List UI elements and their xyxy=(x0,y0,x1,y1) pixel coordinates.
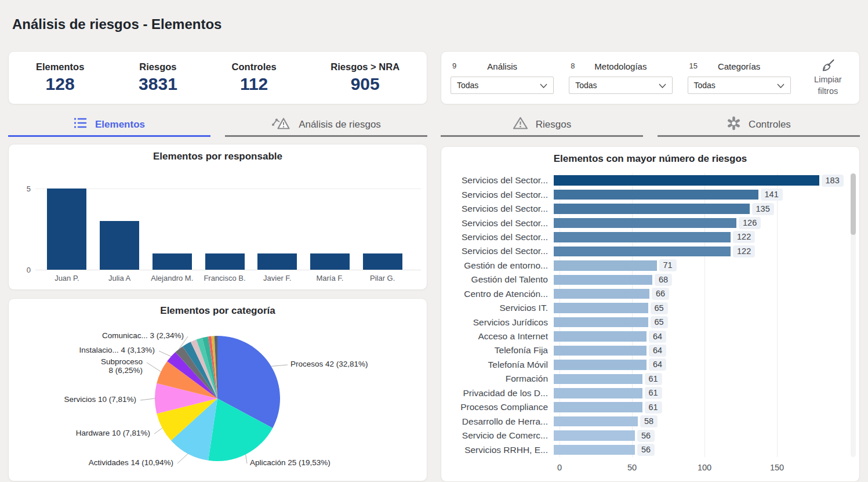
pie-callout-label: Comunicac... 3 (2,34%) xyxy=(102,331,184,340)
bar-column xyxy=(198,189,251,270)
riesgos-bar[interactable] xyxy=(554,232,731,242)
filter-metodologias: 8 Metodologías Todas xyxy=(569,61,672,94)
hbar-category-label: Telefonía Fija xyxy=(448,345,554,356)
kpi-value: 128 xyxy=(36,74,84,94)
riesgos-bar[interactable] xyxy=(554,360,647,370)
pie-chart xyxy=(9,299,428,482)
hbar-cell: 61 xyxy=(554,400,854,414)
bar-value-label: 64 xyxy=(649,345,666,357)
riesgos-bar[interactable] xyxy=(554,247,731,257)
riesgos-bar[interactable] xyxy=(554,289,649,299)
asterisk-gear-icon xyxy=(727,116,741,133)
tab-elementos[interactable]: Elementos xyxy=(8,114,210,137)
filter-categorias: 15 Categorías Todas xyxy=(688,61,791,94)
hbar-row: Gestión de entorno...71 xyxy=(448,259,854,273)
responsable-bar[interactable] xyxy=(152,253,192,270)
hbar-row: Servicios RRHH, E...56 xyxy=(448,443,854,456)
filter-label: Categorías xyxy=(688,61,791,71)
riesgos-bar[interactable] xyxy=(554,175,819,186)
pie-leader-line xyxy=(140,398,155,400)
scrollbar-thumb[interactable] xyxy=(851,173,856,235)
hbar-category-label: Gestión de entorno... xyxy=(448,260,554,271)
kpi-value: 112 xyxy=(232,74,277,94)
riesgos-bar[interactable] xyxy=(554,303,648,313)
hbar-category-label: Servicios del Sector... xyxy=(448,175,554,186)
tab-strip-left: Elementos Análisis de riesgos xyxy=(8,114,427,137)
metodologias-dropdown[interactable]: Todas xyxy=(569,77,672,94)
x-axis-tick: 0 xyxy=(557,463,562,472)
hbar-cell: 64 xyxy=(554,329,854,343)
y-axis-tick: 0 xyxy=(17,266,31,274)
riesgos-bar[interactable] xyxy=(554,374,642,385)
bar-value-label: 61 xyxy=(645,387,662,399)
hbar-cell: 65 xyxy=(554,315,854,329)
hbar-cell: 122 xyxy=(554,244,854,258)
hbar-cell: 64 xyxy=(554,358,854,372)
riesgos-bar[interactable] xyxy=(554,218,736,229)
vertical-scrollbar[interactable] xyxy=(851,173,856,457)
dropdown-value: Todas xyxy=(575,81,597,90)
filter-count: 9 xyxy=(452,61,456,70)
hbar-cell: 68 xyxy=(554,273,854,287)
riesgos-bar[interactable] xyxy=(554,190,758,200)
filter-label: Análisis xyxy=(451,61,554,71)
clear-filters-label: Limpiar filtros xyxy=(814,75,842,96)
riesgos-bar[interactable] xyxy=(554,430,635,441)
riesgos-bar[interactable] xyxy=(554,346,647,356)
riesgos-bar[interactable] xyxy=(554,331,647,342)
riesgos-bar[interactable] xyxy=(554,275,652,285)
riesgos-bar[interactable] xyxy=(554,317,648,328)
elementos-con-mayor-riesgos-chart: Elementos con mayor número de riesgos Se… xyxy=(441,146,860,482)
hbar-category-label: Gestión del Talento xyxy=(448,274,554,285)
hbar-cell: 56 xyxy=(554,443,854,456)
responsable-bar[interactable] xyxy=(310,253,350,270)
hbar-category-label: Servicios del Sector... xyxy=(448,232,554,242)
tab-controles[interactable]: Controles xyxy=(658,114,860,137)
riesgos-bar[interactable] xyxy=(554,445,635,455)
hbar-row: Formación61 xyxy=(448,372,854,386)
clear-filters-button[interactable]: Limpiar filtros xyxy=(806,59,850,97)
y-axis-tick: 5 xyxy=(17,184,31,193)
riesgos-bar[interactable] xyxy=(554,260,657,271)
responsable-bar[interactable] xyxy=(363,253,402,270)
riesgos-bar[interactable] xyxy=(554,204,750,214)
hbar-cell: 66 xyxy=(554,287,854,301)
tab-label: Riesgos xyxy=(536,119,571,131)
hbar-category-label: Desarrollo de Herra... xyxy=(448,416,554,427)
analisis-dropdown[interactable]: Todas xyxy=(451,77,554,94)
hbar-row: Servicios del Sector...122 xyxy=(448,244,854,258)
responsable-bar[interactable] xyxy=(47,189,86,270)
responsable-category-label: Alejandro M. xyxy=(146,274,198,282)
x-axis-tick: 150 xyxy=(770,463,784,472)
hbar-row: Servicios del Sector...126 xyxy=(448,216,854,230)
hbar-row: Servicios del Sector...183 xyxy=(448,173,854,187)
tab-analisis-de-riesgos[interactable]: Análisis de riesgos xyxy=(225,114,427,137)
tab-label: Controles xyxy=(749,119,791,131)
responsable-bar[interactable] xyxy=(257,253,297,270)
bar-column xyxy=(93,189,146,270)
bar-value-label: 183 xyxy=(822,175,844,187)
kpi-value: 905 xyxy=(331,74,400,94)
x-axis-ticks: 050100150 xyxy=(448,463,854,474)
pie-callout-label: Aplicación 25 (19,53%) xyxy=(250,458,331,467)
responsable-bar[interactable] xyxy=(100,221,139,270)
broom-icon xyxy=(806,59,850,73)
tab-riesgos[interactable]: Riesgos xyxy=(441,114,643,137)
hbar-cell: 135 xyxy=(554,202,854,216)
responsable-bar[interactable] xyxy=(205,253,245,270)
categorias-dropdown[interactable]: Todas xyxy=(688,77,791,94)
hbar-category-label: Servicios del Sector... xyxy=(448,190,554,200)
riesgos-bar[interactable] xyxy=(554,402,642,412)
filter-analisis: 9 Análisis Todas xyxy=(451,61,554,94)
riesgos-bar[interactable] xyxy=(554,388,642,398)
pie-leader-line xyxy=(246,455,247,464)
pie-leader-line xyxy=(154,428,162,434)
bar-column xyxy=(251,189,304,270)
bar-column xyxy=(41,189,93,270)
riesgos-bar[interactable] xyxy=(554,416,638,427)
kpi-label: Controles xyxy=(232,61,277,73)
hbar-category-label: Servicios IT. xyxy=(448,303,554,313)
responsable-category-label: Javier F. xyxy=(251,274,304,282)
bar-plot-area xyxy=(41,189,409,270)
kpi-label: Elementos xyxy=(36,61,84,73)
